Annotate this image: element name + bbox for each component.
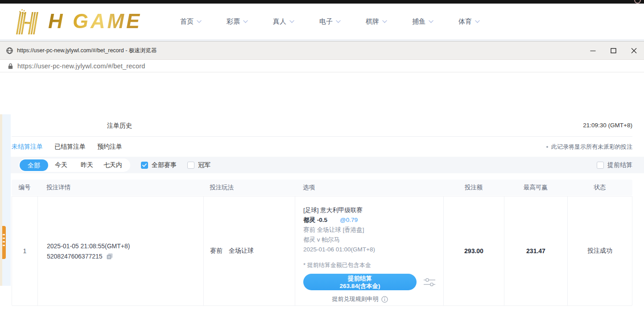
table-row: 1 2025-01-05 21:08:55(GMT+8) 52082476063… — [12, 196, 632, 306]
early-settle-checkbox[interactable]: 提前结算 — [597, 161, 632, 169]
maxwin-cell: 231.47 — [504, 196, 568, 305]
checkbox-unchecked-icon — [597, 162, 604, 169]
maximize-button[interactable] — [603, 42, 623, 59]
nav-label: 首页 — [180, 17, 194, 26]
date-filter-all[interactable]: 全部 — [20, 159, 48, 171]
corner-badge-icon — [634, 0, 641, 4]
chevron-down-icon — [429, 20, 433, 23]
market-text: 赛前 全场让球 [香港盘] — [303, 225, 443, 235]
site-header: H GAME 首页 彩票 真人 电子 棋牌 捕鱼 体育 — [0, 4, 644, 39]
top-strip — [0, 0, 644, 4]
all-events-label: 全部赛事 — [152, 161, 177, 169]
tune-slider-icon[interactable] — [423, 277, 436, 288]
bet-detail-cell: 2025-01-05 21:08:55(GMT+8) 5208247606377… — [38, 196, 204, 305]
nav-item-lottery[interactable]: 彩票 — [214, 17, 260, 26]
filter-bar: 全部 今天 昨天 七天内 全部赛事 冠军 提前结算 — [0, 157, 644, 173]
bullet-dot-icon — [546, 146, 548, 148]
match-text: 都灵 v 帕尔马 — [303, 235, 443, 245]
page-head: 注单历史 21:09:30 (GMT+8) — [0, 114, 644, 136]
window-controls — [582, 42, 644, 59]
chevron-down-icon — [475, 20, 480, 23]
champion-label: 冠军 — [198, 161, 211, 169]
date-filter-group: 全部 今天 昨天 七天内 — [19, 159, 130, 172]
nav-label: 真人 — [273, 17, 286, 26]
cashout-rules-text: 提前兑现规则申明 — [332, 294, 379, 304]
lock-icon — [8, 63, 13, 69]
selection-cell: [足球] 意大利甲级联赛 都灵 -0.5 @0.79 赛前 全场让球 [香港盘]… — [295, 196, 444, 305]
globe-icon — [6, 47, 13, 54]
browser-titlebar: https://user-pc-new.jylywl.com/#/bet_rec… — [0, 42, 644, 60]
tab-unsettled[interactable]: 未结算注单 — [12, 143, 43, 151]
logo-mark-icon — [14, 8, 44, 34]
nav-label: 体育 — [458, 17, 472, 26]
cashout-rules-link[interactable]: 提前兑现规则申明 — [303, 294, 417, 304]
tabs-row: 未结算注单 已结算注单 预约注单 此记录将显示所有未派彩的投注 — [0, 137, 644, 157]
col-header-selection: 选项 — [295, 184, 443, 192]
early-settle-label: 提前结算 — [607, 161, 632, 169]
date-filter-yesterday[interactable]: 昨天 — [74, 161, 100, 169]
early-settle-note: * 提前结算金额已包含本金 — [303, 260, 443, 270]
all-events-checkbox[interactable]: 全部赛事 — [141, 161, 177, 169]
chevron-down-icon — [243, 20, 248, 23]
chevron-down-icon — [382, 20, 387, 23]
tab-reserved[interactable]: 预约注单 — [97, 143, 122, 151]
col-header-stake: 投注额 — [443, 184, 504, 192]
page-viewport: 注单历史 21:09:30 (GMT+8) 未结算注单 已结算注单 预约注单 此… — [0, 114, 644, 309]
page-title: 注单历史 — [107, 122, 132, 130]
logo-text: H GAME — [48, 9, 142, 33]
copy-icon[interactable] — [106, 253, 113, 260]
nav-item-slots[interactable]: 电子 — [307, 17, 353, 26]
record-note: 此记录将显示所有未派彩的投注 — [546, 143, 632, 151]
match-time-text: 2025-01-06 01:00(GMT+8) — [303, 245, 443, 255]
close-button[interactable] — [623, 42, 644, 59]
page-content: 注单历史 21:09:30 (GMT+8) 未结算注单 已结算注单 预约注单 此… — [0, 114, 644, 309]
chevron-down-icon — [197, 20, 202, 23]
champion-checkbox[interactable]: 冠军 — [187, 161, 211, 169]
checkbox-checked-icon — [141, 162, 148, 169]
bet-id: 5208247606377215 — [47, 253, 103, 260]
nav-label: 棋牌 — [366, 17, 379, 26]
play-type-cell: 赛前 全场让球 — [204, 196, 295, 305]
browser-addressbar[interactable]: https://user-pc-new.jylywl.com/#/bet_rec… — [0, 60, 644, 72]
nav-label: 电子 — [319, 17, 333, 26]
address-url: https://user-pc-new.jylywl.com/#/bet_rec… — [17, 63, 145, 70]
col-header-status: 状态 — [567, 184, 632, 192]
minimize-button[interactable] — [582, 42, 603, 59]
bet-time: 2025-01-05 21:08:55(GMT+8) — [47, 242, 203, 250]
side-widget-strip — [0, 114, 11, 286]
col-header-maxwin: 最高可赢 — [504, 184, 567, 192]
pick-text: 都灵 -0.5 — [303, 215, 327, 225]
main-nav: 首页 彩票 真人 电子 棋牌 捕鱼 体育 — [168, 17, 492, 26]
stake-cell: 293.00 — [444, 196, 504, 305]
nav-item-home[interactable]: 首页 — [168, 17, 214, 26]
cashout-button-label: 提前结算 — [348, 275, 372, 282]
status-cell: 投注成功 — [568, 196, 632, 305]
record-note-text: 此记录将显示所有未派彩的投注 — [551, 143, 632, 151]
row-index: 1 — [12, 196, 38, 305]
col-header-play: 投注玩法 — [203, 184, 295, 192]
info-icon — [381, 296, 388, 303]
date-filter-7days[interactable]: 七天内 — [100, 161, 126, 169]
nav-item-fishing[interactable]: 捕鱼 — [400, 17, 446, 26]
nav-label: 捕鱼 — [412, 17, 425, 26]
odds-text: @0.79 — [340, 215, 358, 225]
table-header: 编号 投注详情 投注玩法 选项 投注额 最高可赢 状态 — [12, 180, 632, 196]
nav-item-live[interactable]: 真人 — [260, 17, 307, 26]
nav-item-sports[interactable]: 体育 — [446, 17, 492, 26]
side-widget-tab[interactable] — [2, 226, 6, 259]
site-logo[interactable]: H GAME — [14, 8, 142, 34]
date-filter-today[interactable]: 今天 — [48, 161, 74, 169]
col-header-index: 编号 — [12, 184, 37, 192]
checkbox-unchecked-icon — [187, 162, 194, 169]
league-text: [足球] 意大利甲级联赛 — [303, 205, 443, 215]
window-title: https://user-pc-new.jylywl.com/#/bet_rec… — [17, 47, 157, 54]
chevron-down-icon — [289, 20, 294, 23]
cashout-button[interactable]: 提前结算 263.84(含本金) — [303, 274, 417, 290]
tab-settled[interactable]: 已结算注单 — [54, 143, 86, 151]
nav-label: 彩票 — [227, 17, 240, 26]
bet-table: 编号 投注详情 投注玩法 选项 投注额 最高可赢 状态 1 2025-01-05… — [12, 180, 632, 306]
browser-window: https://user-pc-new.jylywl.com/#/bet_rec… — [0, 41, 644, 309]
chevron-down-icon — [336, 20, 341, 23]
clock-text: 21:09:30 (GMT+8) — [583, 122, 632, 129]
nav-item-cards[interactable]: 棋牌 — [353, 17, 400, 26]
